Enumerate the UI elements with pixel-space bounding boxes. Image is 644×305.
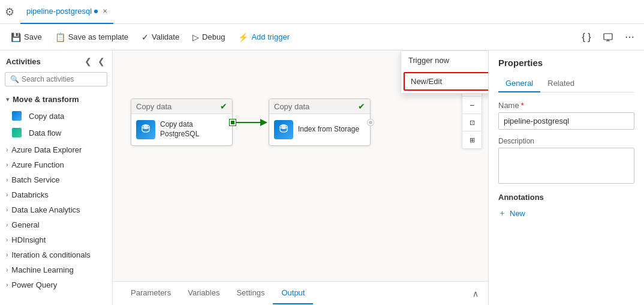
copy-data-item[interactable]: Copy data ⋯: [0, 107, 112, 124]
bottom-tabs: Parameters Variables Settings Output ∧: [113, 281, 488, 305]
description-label: Description: [498, 137, 634, 145]
chevron-right-icon: ›: [6, 267, 8, 273]
debug-button[interactable]: ▷ Debug: [186, 28, 231, 47]
node-2-success-icon: ✔: [358, 101, 365, 111]
data-flow-label: Data flow: [29, 128, 61, 137]
sidebar-content: ▾ Move & transform Copy data ⋯ Data flow: [0, 91, 112, 305]
save-button[interactable]: 💾 Save: [5, 28, 48, 47]
copy-data-node-2[interactable]: Copy data ✔ Index from Storage: [269, 98, 371, 146]
node-2-service-icon: [274, 120, 293, 139]
search-input[interactable]: [22, 75, 102, 83]
chevron-right-icon: ›: [6, 162, 8, 168]
save-template-icon: 📋: [55, 32, 65, 42]
sidebar-item-hdinsight[interactable]: › HDInsight: [0, 232, 112, 247]
sidebar-item-batch-service[interactable]: › Batch Service: [0, 172, 112, 187]
bottom-tab-list: Parameters Variables Settings Output: [122, 282, 313, 304]
sidebar-item-azure-data-explorer[interactable]: › Azure Data Explorer: [0, 142, 112, 157]
chevron-right-icon: ›: [6, 146, 8, 153]
toolbar-right: { } ⋯: [577, 28, 639, 47]
trigger-now-item[interactable]: Trigger now: [401, 51, 488, 70]
collapse-bottom-panel-icon[interactable]: ∧: [473, 289, 479, 298]
debug-icon: ▷: [192, 32, 199, 42]
search-box[interactable]: 🔍: [5, 72, 107, 86]
connector-arrow: [233, 113, 269, 131]
node-2-output-port[interactable]: [368, 119, 374, 125]
sidebar-item-machine-learning[interactable]: › Machine Learning: [0, 262, 112, 277]
chevron-right-icon: ›: [6, 222, 8, 228]
collapse-icon[interactable]: ❮: [97, 55, 106, 67]
sidebar-header: Activities ❮ ❮: [0, 50, 112, 72]
tab-general[interactable]: General: [498, 75, 540, 92]
node-1-label: Copy data PostgreSQL: [160, 120, 227, 139]
trigger-dropdown: Trigger now New/Edit: [401, 50, 488, 94]
save-as-template-button[interactable]: 📋 Save as template: [49, 28, 134, 47]
node-1-type-label: Copy data: [136, 102, 171, 111]
zoom-out-button[interactable]: −: [462, 97, 482, 113]
validate-button[interactable]: ✓ Validate: [136, 28, 185, 47]
grid-button[interactable]: ⊞: [462, 131, 482, 148]
annotations-field: Annotations ＋ New: [498, 193, 634, 220]
chevron-down-icon: ▾: [6, 96, 9, 103]
svg-rect-0: [604, 34, 612, 40]
node-1-output-port[interactable]: [230, 119, 236, 125]
description-input[interactable]: [498, 148, 634, 184]
name-label: Name *: [498, 101, 634, 110]
collapse-left-icon[interactable]: ❮: [83, 55, 93, 67]
tab-variables[interactable]: Variables: [179, 282, 228, 304]
tab-close-icon[interactable]: ✕: [103, 8, 107, 14]
copy-data-node-1[interactable]: Copy data ✔ Copy data PostgreSQL: [131, 98, 233, 146]
sidebar-item-power-query[interactable]: › Power Query: [0, 277, 112, 292]
move-transform-section: ▾ Move & transform Copy data ⋯ Data flow: [0, 91, 112, 141]
move-transform-header[interactable]: ▾ Move & transform: [0, 91, 112, 107]
sidebar-title: Activities: [6, 57, 41, 66]
sidebar-item-databricks[interactable]: › Databricks: [0, 187, 112, 202]
name-field: Name *: [498, 101, 634, 130]
new-edit-item[interactable]: New/Edit: [404, 72, 488, 91]
more-options-button[interactable]: ⋯: [620, 28, 639, 47]
tab-modified-dot: [94, 10, 98, 13]
tab-parameters[interactable]: Parameters: [122, 282, 179, 304]
tab-related[interactable]: Related: [540, 75, 582, 92]
chevron-right-icon: ›: [6, 282, 8, 288]
node-2-type-label: Copy data: [274, 102, 309, 111]
activities-sidebar: Activities ❮ ❮ 🔍 ▾ Move & transform Copy…: [0, 50, 113, 305]
chevron-right-icon: ›: [6, 207, 8, 213]
pipeline-canvas[interactable]: Trigger now New/Edit Copy data ✔ Copy da…: [113, 50, 488, 281]
canvas-area: Trigger now New/Edit Copy data ✔ Copy da…: [113, 50, 488, 305]
name-input[interactable]: [498, 112, 634, 130]
sidebar-item-azure-function[interactable]: › Azure Function: [0, 157, 112, 172]
copy-data-icon: [12, 111, 22, 121]
tab-output[interactable]: Output: [273, 282, 313, 304]
node-2-header: Copy data ✔: [269, 99, 370, 114]
tab-label: pipeline-postgresql: [26, 7, 92, 16]
trigger-icon: ⚡: [238, 32, 248, 42]
add-annotation-button[interactable]: ＋ New: [498, 207, 634, 220]
sidebar-header-icons: ❮ ❮: [83, 55, 106, 67]
sidebar-item-general[interactable]: › General: [0, 217, 112, 232]
copy-data-label: Copy data: [29, 112, 64, 121]
validate-icon: ✓: [142, 32, 149, 42]
data-flow-item[interactable]: Data flow ⋯: [0, 124, 112, 141]
tab-bar: ⚙ pipeline-postgresql ✕: [0, 0, 644, 24]
annotations-section-label: Annotations: [498, 193, 634, 202]
plus-icon: ＋: [498, 208, 506, 219]
sidebar-item-data-lake-analytics[interactable]: › Data Lake Analytics: [0, 202, 112, 217]
required-indicator: *: [521, 101, 524, 110]
code-button[interactable]: { }: [577, 28, 596, 47]
app-logo: ⚙: [5, 5, 14, 19]
chevron-right-icon: ›: [6, 177, 8, 183]
tab-list: ⚙ pipeline-postgresql ✕: [5, 0, 113, 24]
node-1-success-icon: ✔: [220, 101, 227, 111]
chevron-right-icon: ›: [6, 237, 8, 243]
properties-title: Properties: [498, 58, 634, 68]
node-2-label: Index from Storage: [298, 125, 359, 134]
monitor-button[interactable]: [598, 28, 618, 47]
properties-panel: Properties General Related Name * Descri…: [488, 50, 644, 305]
main-content: Activities ❮ ❮ 🔍 ▾ Move & transform Copy…: [0, 50, 644, 305]
tab-settings[interactable]: Settings: [228, 282, 273, 304]
add-trigger-button[interactable]: ⚡ Add trigger: [232, 28, 296, 47]
sidebar-item-iteration-conditionals[interactable]: › Iteration & conditionals: [0, 247, 112, 262]
fit-view-button[interactable]: ⊡: [462, 114, 482, 131]
properties-tabs: General Related: [498, 75, 634, 92]
pipeline-tab[interactable]: pipeline-postgresql ✕: [20, 0, 113, 24]
